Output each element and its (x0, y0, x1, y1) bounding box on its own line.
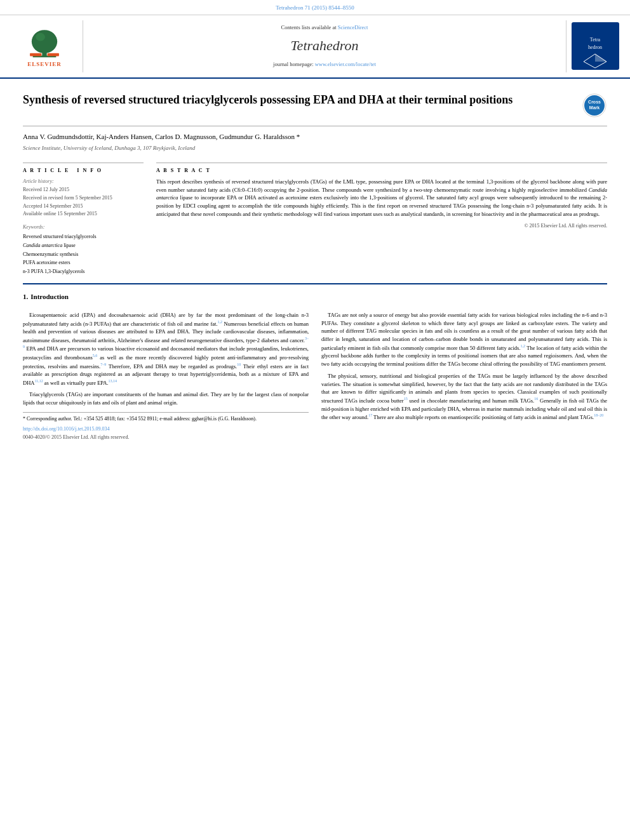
tetrahedron-logo-icon: Tetra hedron (572, 22, 619, 70)
abstract-header: A B S T R A C T (156, 167, 607, 174)
authors-section: Anna V. Gudmundsdottir, Kaj-Anders Hanse… (23, 126, 607, 154)
article-info-box: A R T I C L E I N F O Article history: R… (23, 163, 144, 276)
keywords-section: Keywords: Reversed structured triacylgly… (23, 223, 144, 276)
keyword-4: PUFA acetoxime esters (23, 258, 144, 267)
abstract-column: A B S T R A C T This report describes sy… (156, 163, 607, 276)
copyright-text: © 2015 Elsevier Ltd. All rights reserved… (156, 222, 607, 229)
affiliation-text: Science Institute, University of Iceland… (23, 144, 607, 152)
info-abstract-columns: A R T I C L E I N F O Article history: R… (23, 163, 607, 276)
section-divider (23, 283, 607, 284)
keyword-5: n-3 PUFA 1,3-Diacylglycerols (23, 267, 144, 276)
tetrahedron-logo-area: Tetra hedron (566, 20, 624, 73)
issn-text: 0040-4020/© 2015 Elsevier Ltd. All right… (23, 434, 309, 441)
journal-title-area: Contents lists available at ScienceDirec… (83, 20, 566, 73)
intro-left-text: Eicosapentaenoic acid (EPA) and docosahe… (23, 311, 309, 407)
journal-name: Tetrahedron (290, 36, 358, 56)
crossmark-icon: Cross Mark (582, 93, 607, 118)
intro-left-column: Eicosapentaenoic acid (EPA) and docosahe… (23, 311, 309, 441)
article-title-section: Synthesis of reversed structured triacyl… (23, 86, 607, 126)
svg-text:Tetra: Tetra (589, 37, 600, 43)
sciencedirect-line: Contents lists available at ScienceDirec… (281, 24, 368, 32)
journal-reference: Tetrahedron 71 (2015) 8544–8550 (0, 0, 630, 15)
footnotes-section: * Corresponding author. Tel.: +354 525 4… (23, 412, 309, 441)
abstract-box: A B S T R A C T This report describes sy… (156, 163, 607, 229)
elsevier-logo: ELSEVIER (19, 24, 70, 69)
svg-text:Mark: Mark (589, 105, 600, 110)
svg-text:Cross: Cross (588, 100, 601, 104)
article-info-header: A R T I C L E I N F O (23, 167, 144, 174)
history-subsection: Article history: Received 12 July 2015 R… (23, 178, 144, 218)
received-date: Received 12 July 2015 Received in revise… (23, 186, 144, 218)
elsevier-name: ELSEVIER (27, 60, 62, 69)
main-content: Synthesis of reversed structured triacyl… (0, 79, 630, 448)
keyword-3: Chemoenzymatic synthesis (23, 250, 144, 259)
history-title: Article history: (23, 178, 144, 185)
abstract-text: This report describes synthesis of rever… (156, 178, 607, 218)
keyword-2: Candida antarctica lipase (23, 241, 144, 250)
elsevier-logo-area: ELSEVIER (6, 20, 83, 73)
svg-point-3 (36, 33, 45, 41)
article-title: Synthesis of reversed structured triacyl… (23, 93, 582, 107)
intro-columns: Eicosapentaenoic acid (EPA) and docosahe… (23, 311, 607, 441)
svg-rect-5 (48, 53, 59, 57)
corresponding-author-note: * Corresponding author. Tel.: +354 525 4… (23, 415, 309, 423)
intro-section-number: 1. (23, 292, 28, 302)
journal-homepage: journal homepage: www.elsevier.com/locat… (273, 61, 376, 69)
introduction-section: 1. Introduction Eicosapentaenoic acid (E… (23, 292, 607, 441)
keyword-1: Reversed structured triacylglycerols (23, 232, 144, 241)
authors-text: Anna V. Gudmundsdottir, Kaj-Anders Hanse… (23, 131, 607, 143)
intro-right-text: TAGs are not only a source of energy but… (321, 311, 607, 422)
intro-section-title: Introduction (30, 292, 69, 302)
sciencedirect-link[interactable]: ScienceDirect (338, 24, 368, 30)
journal-header: ELSEVIER Contents lists available at Sci… (0, 15, 630, 79)
article-info-column: A R T I C L E I N F O Article history: R… (23, 163, 144, 276)
doi-link[interactable]: http://dx.doi.org/10.1016/j.tet.2015.09.… (23, 425, 309, 432)
svg-text:hedron: hedron (587, 44, 601, 50)
homepage-link[interactable]: www.elsevier.com/locate/tet (315, 61, 376, 67)
svg-point-2 (32, 30, 57, 53)
keywords-title: Keywords: (23, 223, 144, 230)
svg-rect-4 (30, 53, 41, 57)
crossmark-area: Cross Mark (582, 93, 607, 121)
intro-right-column: TAGs are not only a source of energy but… (321, 311, 607, 441)
elsevier-tree-icon (19, 24, 70, 59)
